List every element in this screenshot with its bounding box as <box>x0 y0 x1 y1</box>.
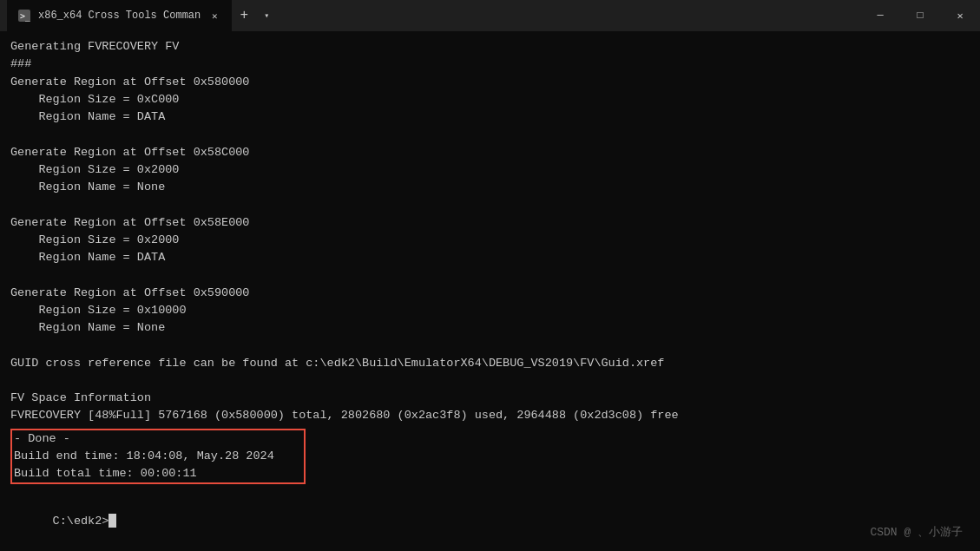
svg-text:>_: >_ <box>20 11 30 22</box>
terminal-line <box>10 196 970 213</box>
terminal-icon: >_ <box>17 9 31 23</box>
close-button[interactable]: ✕ <box>940 0 980 31</box>
terminal-line: Region Name = DATA <box>10 249 970 266</box>
terminal-tab[interactable]: >_ x86_x64 Cross Tools Comman ✕ <box>7 0 232 31</box>
terminal-line: Generate Region at Offset 0x590000 <box>10 285 970 302</box>
terminal-line <box>10 126 970 143</box>
terminal-line: Generate Region at Offset 0x58C000 <box>10 144 970 161</box>
highlight-line: Build total time: 00:00:11 <box>12 465 304 482</box>
new-tab-button[interactable]: + <box>232 3 256 28</box>
terminal-line: GUID cross reference file can be found a… <box>10 355 970 372</box>
terminal-line: Region Name = None <box>10 179 970 196</box>
titlebar: >_ x86_x64 Cross Tools Comman ✕ + ▾ ─ □ … <box>0 0 980 31</box>
highlight-line: - Done - <box>12 430 304 448</box>
prompt-text: C:\edk2> <box>53 515 109 528</box>
watermark: CSDN @ 、小游子 <box>870 524 963 541</box>
terminal-line <box>10 266 970 284</box>
terminal-window: >_ x86_x64 Cross Tools Comman ✕ + ▾ ─ □ … <box>0 0 980 551</box>
tab-dropdown-button[interactable]: ▾ <box>256 5 277 26</box>
minimize-button[interactable]: ─ <box>860 0 900 31</box>
highlight-lines: - Done -Build end time: 18:04:08, May.28… <box>12 430 304 483</box>
window-controls: ─ □ ✕ <box>860 0 980 31</box>
terminal-line: FVRECOVERY [48%Full] 5767168 (0x580000) … <box>10 407 970 424</box>
terminal-line: Generating FVRECOVERY FV <box>10 38 970 56</box>
terminal-output[interactable]: Generating FVRECOVERY FV###Generate Regi… <box>0 31 980 551</box>
terminal-line <box>10 372 970 390</box>
terminal-line: Region Size = 0x2000 <box>10 232 970 249</box>
terminal-line: Region Size = 0x2000 <box>10 161 970 179</box>
highlight-line: Build end time: 18:04:08, May.28 2024 <box>12 448 304 465</box>
tab-label: x86_x64 Cross Tools Comman <box>38 10 201 22</box>
terminal-line: Region Size = 0x10000 <box>10 302 970 319</box>
terminal-line: Region Name = DATA <box>10 108 970 126</box>
terminal-line: Region Size = 0xC000 <box>10 91 970 108</box>
prompt-line: C:\edk2> <box>10 495 970 548</box>
cursor <box>109 514 116 528</box>
maximize-button[interactable]: □ <box>900 0 940 31</box>
terminal-line: ### <box>10 56 970 73</box>
terminal-lines: Generating FVRECOVERY FV###Generate Regi… <box>10 38 970 425</box>
terminal-line <box>10 337 970 354</box>
terminal-line: Region Name = None <box>10 319 970 337</box>
done-highlight-box: - Done -Build end time: 18:04:08, May.28… <box>10 429 306 485</box>
tab-area: >_ x86_x64 Cross Tools Comman ✕ + ▾ <box>7 0 860 31</box>
tab-close-button[interactable]: ✕ <box>207 9 221 23</box>
terminal-line: FV Space Information <box>10 390 970 407</box>
terminal-line: Generate Region at Offset 0x580000 <box>10 74 970 91</box>
terminal-line: Generate Region at Offset 0x58E000 <box>10 214 970 232</box>
